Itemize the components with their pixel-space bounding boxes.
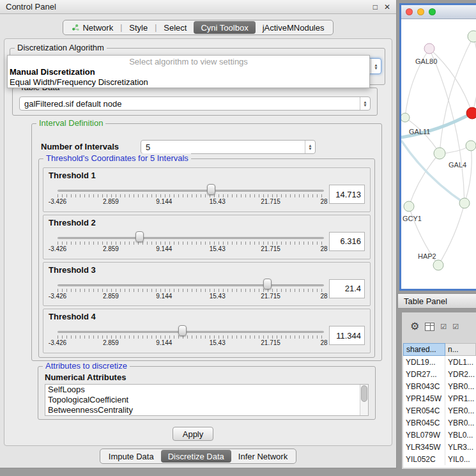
table-row[interactable]: YBR045CYBR0... [403,417,476,429]
checkbox-icon[interactable]: ☑ [452,323,459,330]
columns-icon[interactable] [425,323,434,331]
scale-tick-label: -3.426 [49,293,66,300]
combo-stepper[interactable]: ▲ ▼ [360,97,370,110]
attributes-group: Attributes to discretize Numerical Attri… [38,366,376,420]
scale-tick-label: -3.426 [49,245,66,252]
scrollbar-thumb[interactable] [361,385,367,402]
dropdown-option[interactable]: Equal Width/Frequency Discretization [8,77,369,88]
column-header[interactable]: n... [445,343,476,356]
apply-button[interactable]: Apply [173,427,213,441]
threshold-label: Threshold 4 [49,312,365,321]
numerical-attributes-label: Numerical Attributes [45,372,126,382]
threshold-label: Threshold 1 [49,171,365,180]
table-panel-header: Table Panel [397,293,476,309]
scale-tick-label: 28 [320,198,327,205]
slider-thumb[interactable] [207,184,215,195]
threshold-slider[interactable]: -3.4262.8599.14415.4321.71528 [58,321,324,349]
interval-definition-group: Interval Definition Number of Intervals … [31,123,382,361]
tab-select[interactable]: Select [157,21,194,34]
scrollbar[interactable] [360,385,368,415]
network-node[interactable] [404,201,414,211]
network-node[interactable] [468,31,476,42]
scale-tick-label: 21.715 [261,198,280,205]
tab-infer-network[interactable]: Infer Network [231,450,295,463]
slider-scale: -3.4262.8599.14415.4321.71528 [58,198,324,206]
network-node[interactable] [401,113,410,122]
network-node[interactable] [466,141,476,151]
table-row[interactable]: YBR043CYBR0... [403,380,476,392]
list-item[interactable]: BetweennessCentrality [45,405,368,415]
tab-label: Network [82,23,113,33]
zoom-traffic-light-icon[interactable] [429,8,436,15]
network-node[interactable] [433,260,443,270]
table-data-select[interactable]: galFiltered.sif default node ▲ ▼ [19,96,371,111]
tab-discretize-data[interactable]: Discretize Data [161,450,231,463]
tab-cyni-toolbox[interactable]: Cyni Toolbox [194,21,255,34]
slider-ticks [58,335,324,339]
slider-track[interactable] [58,331,324,333]
network-node[interactable] [434,148,445,159]
table-row[interactable]: YIL052CYIL0... [403,453,476,465]
float-window-icon[interactable]: □ [373,3,378,12]
gear-icon[interactable]: ⚙ [410,321,419,332]
network-node[interactable] [466,107,476,119]
list-item[interactable]: SelfLoops [45,385,368,395]
dropdown-option[interactable]: Manual Discretization [8,67,369,77]
table-row[interactable]: YDR27...YDR2... [403,368,476,380]
threshold-slider[interactable]: -3.4262.8599.14415.4321.71528 [58,227,324,256]
tab-jactivemnodules[interactable]: jActiveMNodules [256,21,332,34]
network-node[interactable] [424,43,434,54]
table-cell: YPR145W [403,392,445,404]
slider-thumb[interactable] [178,325,187,336]
network-titlebar[interactable] [401,5,476,19]
number-of-intervals-select[interactable]: 5 ▲ ▼ [141,140,316,154]
table-row[interactable]: YER054CYER0... [403,404,476,417]
threshold-slider[interactable]: -3.4262.8599.14415.4321.71528 [58,275,324,303]
threshold-slider[interactable]: -3.4262.8599.14415.4321.71528 [58,180,324,208]
table-row[interactable]: YLR345WYLR3... [403,441,476,453]
network-node-label: HAP2 [418,252,436,260]
slider-track[interactable] [58,284,324,286]
slider-thumb[interactable] [263,279,272,289]
table-cell: YBL0... [445,431,476,440]
network-edge [440,36,473,153]
network-edge [464,146,472,203]
table-cell: YDR27... [403,368,445,380]
scale-tick-label: 21.715 [261,245,280,252]
table-row[interactable]: YPR145WYPR1... [403,392,476,404]
desktop: Control Panel □ ✕ Network|Style|SelectCy… [0,0,476,476]
checkbox-icon[interactable]: ☑ [440,323,447,330]
stepper-down-icon: ▼ [374,66,378,70]
slider-thumb[interactable] [135,231,144,242]
network-node[interactable] [459,198,470,208]
algorithm-options: Manual DiscretizationEqual Width/Frequen… [8,67,369,88]
table-cell: YLR3... [445,443,476,452]
table-cell: YIL0... [445,455,476,464]
network-icon [72,24,79,31]
combo-stepper[interactable]: ▲ ▼ [371,59,381,73]
table-row[interactable]: YDL19...YDL1... [403,356,476,368]
tab-style[interactable]: Style [122,21,155,34]
column-header[interactable]: shared... [403,343,445,356]
slider-track[interactable] [58,237,324,239]
tab-impute-data[interactable]: Impute Data [102,450,161,463]
combo-stepper[interactable]: ▲ ▼ [305,141,315,153]
interval-definition-label: Interval Definition [36,118,105,128]
threshold-value-field[interactable]: 11.344 [329,326,365,345]
slider-track[interactable] [58,190,324,192]
close-icon[interactable]: ✕ [384,3,390,12]
list-item[interactable]: TopologicalCoefficient [45,395,368,405]
network-canvas[interactable]: GAL80GAL11GAL4GCY1HAP2 [401,19,476,289]
threshold-value-field[interactable]: 6.316 [329,232,365,251]
network-node-label: GAL80 [415,58,437,65]
minimize-traffic-light-icon[interactable] [417,8,424,15]
bottom-tabbar: Impute DataDiscretize DataInfer Network [100,449,296,464]
threshold-value-field[interactable]: 21.4 [329,279,365,298]
threshold-value-field[interactable]: 14.713 [329,185,365,204]
table-cell: YDR2... [445,370,476,379]
scale-tick-label: 21.715 [261,339,280,346]
close-traffic-light-icon[interactable] [406,8,413,15]
cyni-toolbox-panel: Discretization Algorithm ▲ ▼ Select algo… [4,38,392,446]
table-row[interactable]: YBL079WYBL0... [403,429,476,441]
tab-network[interactable]: Network [65,21,120,34]
